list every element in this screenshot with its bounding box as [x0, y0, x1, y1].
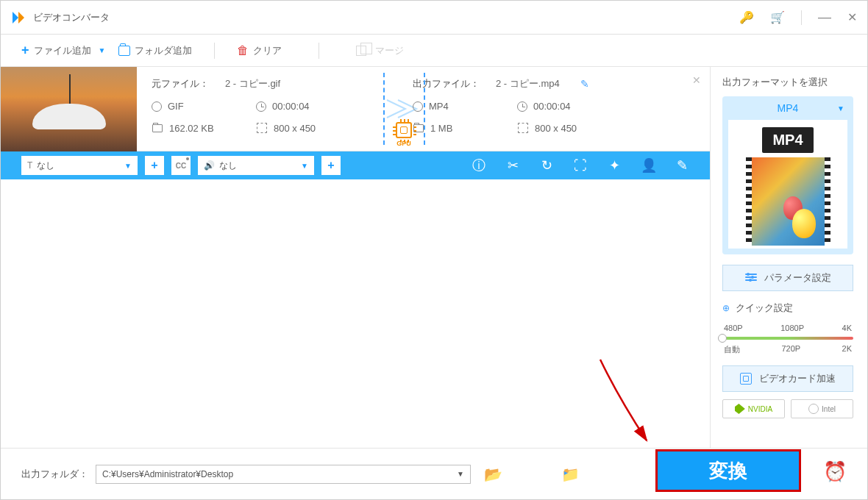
parameter-settings-button[interactable]: パラメータ設定: [722, 265, 853, 291]
output-size: 1 MB: [430, 123, 452, 134]
cut-tool-icon[interactable]: ✂: [505, 157, 520, 174]
trash-icon: 🗑: [237, 44, 249, 57]
cart-icon[interactable]: 🛒: [770, 10, 785, 24]
output-folder-path: C:¥Users¥Administrator¥Desktop: [102, 469, 233, 479]
app-logo-icon: [11, 10, 26, 25]
gpu-label: GPU: [391, 140, 417, 147]
main-area: 元ファイル：2 - コピー.gif GIF 00:00:04 162.02 KB…: [1, 67, 711, 448]
chip-icon: [740, 373, 752, 385]
nvidia-badge: NVIDIA: [722, 399, 785, 418]
open-video-folder-button[interactable]: 📁: [561, 465, 580, 483]
add-folder-button[interactable]: フォルダ追加: [118, 44, 192, 57]
format-selector[interactable]: MP4 ▼ MP4: [722, 96, 853, 254]
format-badge: MP4: [762, 127, 813, 153]
video-thumbnail[interactable]: [1, 67, 137, 151]
output-folder-select[interactable]: C:¥Users¥Administrator¥Desktop ▼: [96, 465, 471, 484]
output-file-name: 2 - コピー.mp4: [496, 77, 560, 90]
source-file-label: 元ファイル：: [152, 77, 209, 90]
minimize-button[interactable]: —: [818, 10, 831, 25]
format-name: MP4: [778, 102, 799, 114]
output-folder-label: 出力フォルダ：: [21, 468, 88, 481]
output-file-label: 出力ファイル：: [413, 77, 480, 90]
add-folder-label: フォルダ追加: [135, 44, 192, 57]
separator: [319, 43, 319, 59]
audio-value: なし: [219, 160, 237, 172]
quick-settings-label: クイック設定: [736, 301, 793, 315]
side-panel: 出力フォーマットを選択 MP4 ▼ MP4 パラメータ設定 ⊕ クイック設定 4…: [711, 67, 865, 448]
edit-output-icon[interactable]: ✎: [580, 78, 589, 90]
slider-thumb[interactable]: [718, 334, 727, 343]
rotate-tool-icon[interactable]: ↻: [539, 157, 554, 174]
res-720p: 720P: [781, 344, 800, 355]
key-icon[interactable]: 🔑: [739, 10, 754, 24]
clock-icon: [256, 101, 266, 112]
close-button[interactable]: ✕: [847, 10, 857, 24]
merge-button: マージ: [356, 44, 404, 57]
res-1080p: 1080P: [780, 324, 804, 332]
intel-logo-icon: [808, 404, 819, 414]
cc-button[interactable]: CC: [171, 156, 191, 175]
gpu-acceleration-button[interactable]: ビデオカード加速: [722, 365, 853, 392]
crop-tool-icon[interactable]: ⛶: [573, 158, 588, 174]
folder-plus-icon: [118, 46, 130, 56]
sliders-icon: [745, 274, 757, 282]
action-bar: Tなし ▼ + CC 🔊なし ▼ + ⓘ ✂ ↻ ⛶ ✦ 👤 ✎: [1, 151, 710, 179]
separator: [214, 43, 215, 59]
target-icon: ⊕: [722, 303, 730, 313]
source-size: 162.02 KB: [169, 123, 214, 134]
schedule-button[interactable]: ⏰: [823, 460, 847, 483]
subtitle-value: なし: [37, 160, 54, 172]
format-icon: [413, 101, 423, 112]
clock-icon: [517, 101, 527, 112]
file-row: 元ファイル：2 - コピー.gif GIF 00:00:04 162.02 KB…: [1, 67, 710, 151]
chevron-down-icon: ▼: [124, 162, 132, 170]
divider: [801, 10, 802, 25]
main-toolbar: + ファイル追加 ▼ フォルダ追加 🗑 クリア マージ: [1, 35, 867, 67]
source-format: GIF: [168, 101, 184, 112]
res-2k: 2K: [842, 344, 852, 355]
nvidia-logo-icon: [735, 404, 745, 414]
output-dimensions: 800 x 450: [535, 123, 577, 134]
format-icon: [152, 101, 162, 112]
audio-select[interactable]: 🔊なし ▼: [198, 156, 314, 175]
clear-label: クリア: [253, 44, 282, 57]
chevron-down-icon[interactable]: ▼: [837, 104, 844, 113]
text-icon: T: [27, 160, 32, 171]
effects-tool-icon[interactable]: ✦: [607, 157, 622, 174]
res-480p: 480P: [724, 324, 743, 332]
edit-tool-icon[interactable]: ✎: [675, 157, 689, 174]
format-preview: MP4: [728, 120, 847, 249]
resolution-slider[interactable]: [722, 337, 853, 340]
res-4k: 4K: [842, 324, 852, 332]
output-duration: 00:00:04: [533, 101, 571, 112]
intel-badge: Intel: [791, 399, 853, 418]
info-tool-icon[interactable]: ⓘ: [472, 157, 486, 174]
convert-button[interactable]: 変換: [655, 449, 801, 492]
source-file-name: 2 - コピー.gif: [225, 77, 280, 90]
output-format: MP4: [429, 101, 449, 112]
open-folder-button[interactable]: 📂: [484, 465, 502, 483]
subtitle-select[interactable]: Tなし ▼: [21, 156, 138, 175]
source-dimensions: 800 x 450: [274, 123, 316, 134]
plus-icon: +: [21, 43, 29, 58]
merge-label: マージ: [375, 44, 404, 57]
dimension-icon: [518, 123, 528, 133]
remove-file-button[interactable]: ✕: [692, 74, 701, 86]
source-duration: 00:00:04: [272, 101, 310, 112]
chevron-down-icon: ▼: [457, 470, 464, 478]
watermark-tool-icon[interactable]: 👤: [641, 157, 655, 174]
app-title: ビデオコンバータ: [33, 11, 110, 24]
add-subtitle-button[interactable]: +: [145, 156, 164, 175]
add-file-dropdown[interactable]: ▼: [99, 46, 106, 54]
add-file-label: ファイル追加: [34, 44, 91, 57]
add-audio-button[interactable]: +: [321, 156, 341, 175]
gpu-accel-label: ビデオカード加速: [759, 372, 836, 385]
dimension-icon: [257, 123, 267, 133]
merge-icon: [356, 46, 366, 56]
add-file-button[interactable]: + ファイル追加: [21, 43, 91, 58]
clear-button[interactable]: 🗑 クリア: [237, 44, 282, 57]
speaker-icon: 🔊: [204, 160, 215, 171]
quick-settings-header: ⊕ クイック設定: [722, 301, 853, 315]
title-bar: ビデオコンバータ 🔑 🛒 — ✕: [1, 1, 867, 35]
size-icon: [413, 124, 424, 132]
